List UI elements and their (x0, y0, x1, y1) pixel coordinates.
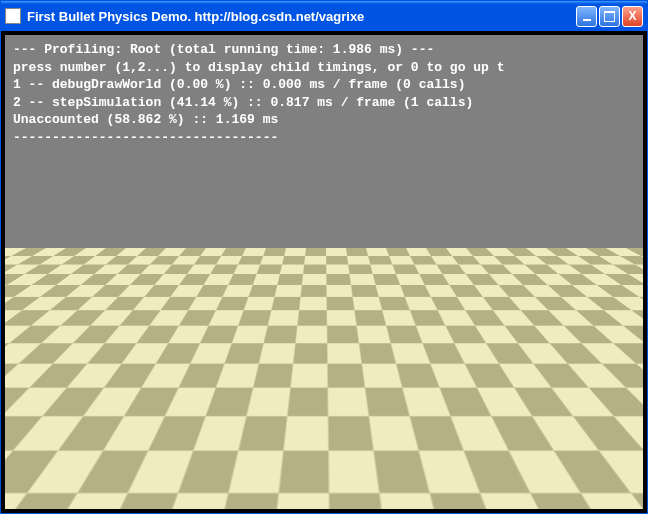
app-window: First Bullet Physics Demo. http://blog.c… (0, 0, 648, 514)
titlebar[interactable]: First Bullet Physics Demo. http://blog.c… (1, 1, 647, 31)
close-button[interactable]: X (622, 6, 643, 27)
profiling-help: press number (1,2...) to display child t… (13, 59, 639, 77)
minimize-button[interactable] (576, 6, 597, 27)
profiling-divider: ---------------------------------- (13, 129, 639, 147)
profiling-entry-1: 1 -- debugDrawWorld (0.00 %) :: 0.000 ms… (13, 76, 639, 94)
window-title: First Bullet Physics Demo. http://blog.c… (27, 9, 576, 24)
app-icon (5, 8, 21, 24)
profiling-unaccounted: Unaccounted (58.862 %) :: 1.169 ms (13, 111, 639, 129)
scene-objects (235, 285, 395, 375)
content-frame: --- Profiling: Root (total running time:… (1, 31, 647, 513)
profiling-overlay: --- Profiling: Root (total running time:… (13, 41, 639, 146)
profiling-header: --- Profiling: Root (total running time:… (13, 41, 639, 59)
maximize-button[interactable] (599, 6, 620, 27)
window-controls: X (576, 6, 643, 27)
gl-viewport[interactable]: --- Profiling: Root (total running time:… (5, 35, 643, 509)
aabb-wire-5 (350, 323, 382, 355)
profiling-entry-2: 2 -- stepSimulation (41.14 %) :: 0.817 m… (13, 94, 639, 112)
